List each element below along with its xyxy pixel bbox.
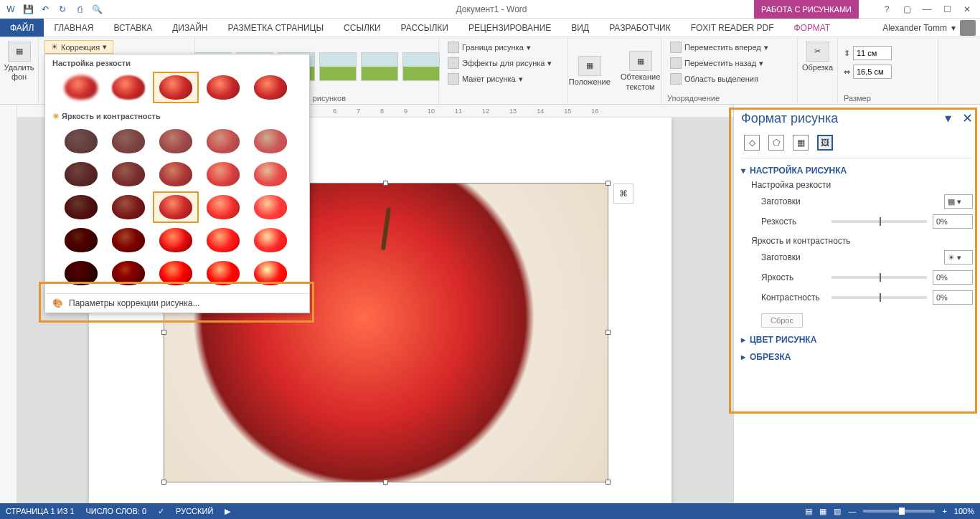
macro-icon[interactable]: ▶	[225, 507, 230, 516]
picture-color-section[interactable]: ▸ЦВЕТ РИСУНКА	[741, 335, 973, 345]
tab-developer[interactable]: РАЗРАБОТЧИК	[599, 19, 681, 37]
close-pane-icon[interactable]: ✕	[962, 111, 973, 125]
user-name[interactable]: Alexander Tomm	[882, 23, 947, 33]
picture-style-thumb[interactable]	[361, 52, 398, 81]
brightness-preset-selected[interactable]	[153, 191, 199, 223]
ribbon-options-icon[interactable]: ▢	[898, 4, 915, 14]
brightness-preset[interactable]	[58, 257, 104, 289]
contrast-value[interactable]: 0%	[933, 290, 973, 305]
height-input[interactable]: ⇕	[844, 46, 892, 60]
maximize-icon[interactable]: ☐	[938, 4, 956, 14]
spellcheck-icon[interactable]: ✓	[158, 507, 164, 516]
redo-icon[interactable]: ↻	[55, 1, 70, 17]
resize-handle[interactable]	[606, 181, 611, 186]
tab-view[interactable]: ВИД	[561, 19, 599, 37]
brightness-preset[interactable]	[248, 257, 293, 289]
brightness-preset[interactable]	[200, 224, 246, 256]
save-icon[interactable]: 💾	[20, 1, 36, 17]
tab-foxit[interactable]: FOXIT READER PDF	[681, 19, 784, 37]
sharpness-value[interactable]: 0%	[933, 214, 973, 229]
brightness-preset[interactable]	[153, 224, 199, 256]
send-backward-button[interactable]: Переместить назад ▾	[667, 56, 771, 70]
brightness-preset[interactable]	[200, 158, 246, 190]
tab-home[interactable]: ГЛАВНАЯ	[44, 19, 103, 37]
sharpness-preset[interactable]	[58, 72, 104, 103]
brightness-presets-button[interactable]: ☀ ▾	[944, 250, 973, 265]
brightness-preset[interactable]	[153, 257, 199, 289]
sharpness-presets-button[interactable]: ▦ ▾	[944, 194, 973, 209]
corrections-button[interactable]: ☀ Коррекция ▾	[44, 40, 113, 54]
resize-handle[interactable]	[383, 480, 388, 485]
sharpness-preset[interactable]	[248, 72, 293, 103]
resize-handle[interactable]	[383, 181, 388, 186]
brightness-preset[interactable]	[105, 224, 151, 256]
print-layout-icon[interactable]: ▦	[819, 507, 826, 516]
brightness-preset[interactable]	[248, 224, 293, 256]
brightness-preset[interactable]	[58, 158, 104, 190]
brightness-value[interactable]: 0%	[933, 270, 973, 285]
zoom-out-icon[interactable]: —	[848, 507, 856, 515]
width-input[interactable]: ⇔	[844, 65, 892, 79]
tab-file[interactable]: ФАЙЛ	[0, 19, 44, 37]
brightness-preset[interactable]	[200, 125, 246, 157]
pane-menu-icon[interactable]: ▾	[945, 111, 951, 125]
contrast-slider[interactable]	[831, 296, 927, 299]
close-icon[interactable]: ✕	[958, 4, 976, 14]
sharpness-preset[interactable]	[105, 72, 151, 103]
tab-design[interactable]: ДИЗАЙН	[162, 19, 217, 37]
fill-tab-icon[interactable]: ◇	[744, 135, 760, 151]
brightness-preset[interactable]	[200, 257, 246, 289]
read-mode-icon[interactable]: ▤	[805, 507, 812, 516]
word-count[interactable]: ЧИСЛО СЛОВ: 0	[86, 507, 147, 515]
brightness-preset[interactable]	[105, 158, 151, 190]
brightness-preset[interactable]	[58, 224, 104, 256]
layout-tab-icon[interactable]: ▦	[793, 135, 809, 151]
tab-format[interactable]: ФОРМАТ	[783, 19, 840, 37]
web-layout-icon[interactable]: ▥	[834, 507, 841, 516]
sharpness-preset-selected[interactable]	[153, 72, 199, 103]
brightness-preset[interactable]	[248, 125, 293, 157]
picture-style-thumb[interactable]	[402, 52, 440, 81]
effects-tab-icon[interactable]: ⬠	[768, 135, 784, 151]
tab-references[interactable]: ССЫЛКИ	[334, 19, 390, 37]
zoom-in-icon[interactable]: +	[942, 507, 946, 515]
resize-handle[interactable]	[161, 330, 166, 335]
zoom-level[interactable]: 100%	[954, 507, 974, 515]
tab-insert[interactable]: ВСТАВКА	[103, 19, 162, 37]
position-button[interactable]: ▦Положение	[566, 54, 613, 88]
sharpness-preset[interactable]	[200, 72, 246, 103]
zoom-slider[interactable]	[863, 510, 935, 513]
brightness-preset[interactable]	[153, 158, 199, 190]
brightness-slider[interactable]	[831, 276, 927, 279]
minimize-icon[interactable]: —	[918, 4, 936, 14]
picture-layout-button[interactable]: Макет рисунка ▾	[445, 72, 555, 86]
brightness-preset[interactable]	[248, 158, 293, 190]
page-indicator[interactable]: СТРАНИЦА 1 ИЗ 1	[6, 507, 75, 515]
brightness-preset[interactable]	[105, 125, 151, 157]
crop-section[interactable]: ▸ОБРЕЗКА	[741, 352, 973, 362]
picture-corrections-options[interactable]: 🎨 Параметры коррекции рисунка...	[45, 293, 309, 313]
resize-handle[interactable]	[606, 330, 611, 335]
picture-border-button[interactable]: Граница рисунка ▾	[445, 40, 555, 54]
brightness-preset[interactable]	[200, 191, 246, 223]
language-indicator[interactable]: РУССКИЙ	[176, 507, 213, 515]
print-icon[interactable]: ⎙	[72, 1, 88, 17]
tab-mailings[interactable]: РАССЫЛКИ	[391, 19, 458, 37]
reset-button[interactable]: Сброс	[761, 313, 803, 328]
picture-corrections-section[interactable]: ▾НАСТРОЙКА РИСУНКА	[741, 166, 973, 176]
avatar[interactable]	[960, 20, 976, 36]
brightness-preset[interactable]	[153, 125, 199, 157]
resize-handle[interactable]	[161, 480, 166, 485]
tab-review[interactable]: РЕЦЕНЗИРОВАНИЕ	[458, 19, 561, 37]
picture-effects-button[interactable]: Эффекты для рисунка ▾	[445, 56, 555, 70]
tab-layout[interactable]: РАЗМЕТКА СТРАНИЦЫ	[218, 19, 334, 37]
wrap-text-button[interactable]: ▦Обтекание текстом	[618, 49, 663, 92]
brightness-preset[interactable]	[105, 257, 151, 289]
picture-style-thumb[interactable]	[319, 52, 357, 81]
user-dropdown-icon[interactable]: ▾	[951, 23, 956, 33]
selection-pane-button[interactable]: Область выделения	[667, 72, 771, 86]
zoom-icon[interactable]: 🔍	[89, 1, 105, 17]
resize-handle[interactable]	[606, 480, 611, 485]
brightness-preset[interactable]	[58, 125, 104, 157]
brightness-preset[interactable]	[248, 191, 293, 223]
